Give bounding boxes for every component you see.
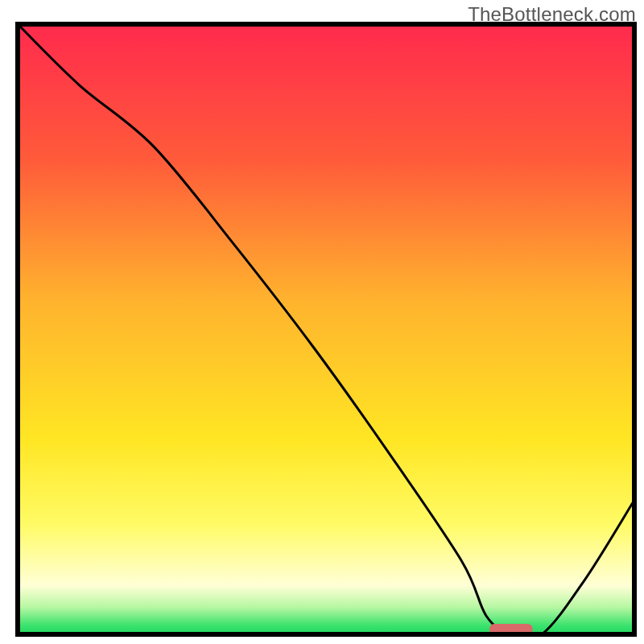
bottleneck-chart	[0, 0, 644, 644]
chart-frame: TheBottleneck.com	[0, 0, 644, 644]
watermark-text: TheBottleneck.com	[468, 3, 636, 26]
gradient-background	[18, 24, 634, 634]
